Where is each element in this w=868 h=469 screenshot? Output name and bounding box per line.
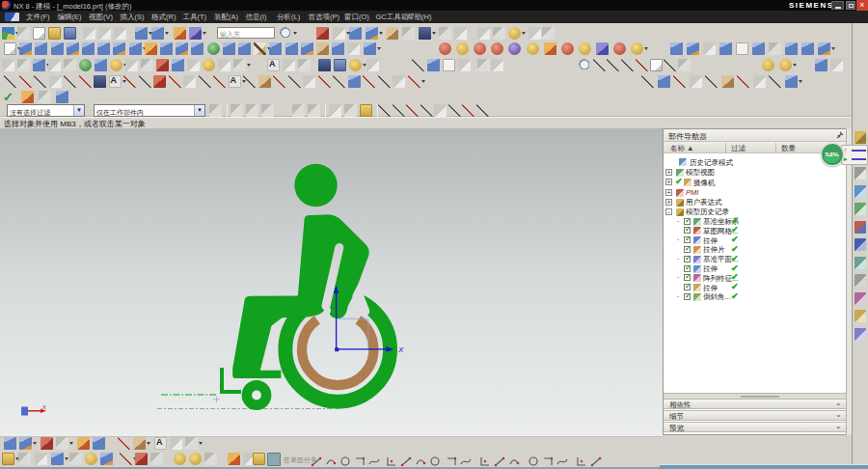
svg-text:X: X [42,404,46,410]
svg-text:X: X [397,345,404,354]
